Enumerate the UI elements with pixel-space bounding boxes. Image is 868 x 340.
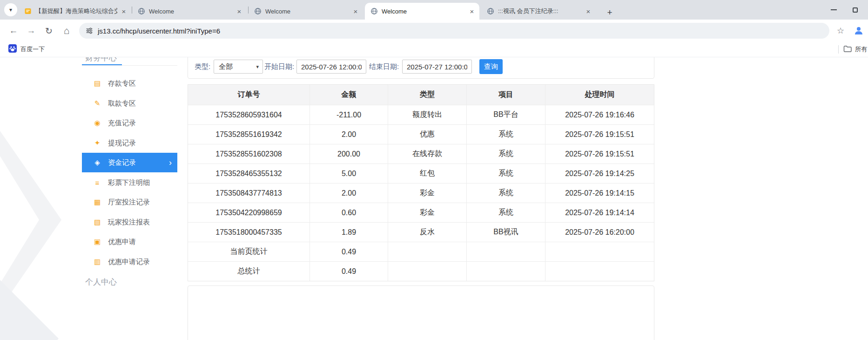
minimize-button[interactable] [823,0,844,20]
globe-icon [370,7,378,15]
table-row-page-total: 当前页统计 0.49 [188,242,654,261]
cell-time: 2025-07-26 19:15:51 [545,124,654,144]
close-icon[interactable]: × [584,7,593,16]
reload-button[interactable]: ↻ [41,20,57,42]
chevron-down-icon: ▾ [9,7,12,13]
end-date-label: 结束日期: [369,60,399,74]
home-button[interactable]: ⌂ [59,20,74,42]
back-button[interactable]: ← [6,20,21,42]
sidebar-item-label: 资金记录 [108,158,136,167]
bookmarks-divider [838,45,839,54]
cell-order-no: 1753504220998659 [188,203,310,222]
table-row: 1753528465355132 5.00 红包 系统 2025-07-26 1… [188,163,654,183]
filter-panel: 类型: 全部 ▾ 开始日期: 结束日期: 查询 [188,57,654,79]
funds-record-table: 订单号 金额 类型 项目 处理时间 1753528605931604 -211.… [188,84,654,281]
close-icon[interactable]: × [351,7,360,16]
sidebar-item-player-bet-report[interactable]: ▧ 玩家投注报表 [82,212,177,232]
cell-project: 系统 [466,183,545,203]
end-date-input[interactable] [402,60,472,74]
cell-project: 系统 [466,203,545,222]
bookmark-star-icon[interactable]: ☆ [832,20,849,42]
sidebar-item-promo-apply[interactable]: ▣ 优惠申请 [82,232,177,252]
col-header-amount: 金额 [310,85,388,105]
address-bar[interactable]: js13.cc/hhcp/usercenter.html?iniType=6 [79,23,829,39]
browser-tab-4-active[interactable]: Welcome × [365,3,479,20]
all-bookmarks-button[interactable]: 所有 [843,43,867,55]
start-date-input[interactable] [296,60,366,74]
bookmark-baidu[interactable]: 百度一下 [5,43,48,55]
sidebar-item-recharge-record[interactable]: ◉ 充值记录 [82,113,177,133]
cell-amount: 0.60 [310,203,388,222]
cell-type: 反水 [388,222,466,242]
cell-type: 在线存款 [388,144,466,163]
site-settings-icon[interactable] [86,27,93,34]
sidebar-item-funds-record[interactable]: ◈ 资金记录 › [82,153,177,172]
funds-record-icon: ◈ [93,158,101,167]
sidebar-item-withdraw-zone[interactable]: ✎ 取款专区 [82,94,177,113]
url-text[interactable]: js13.cc/hhcp/usercenter.html?iniType=6 [98,27,220,35]
col-header-time: 处理时间 [545,85,654,105]
sidebar-item-label: 存款专区 [108,79,136,88]
tab-strip: ▾ 【新提醒】海燕策略论坛综合交 × Welcome × Welcome × [0,0,868,20]
chevron-right-icon: › [169,158,172,167]
sidebar-item-hall-bet-record[interactable]: ▦ 厅室投注记录 [82,192,177,212]
webpage-viewport: 财务中心 ▤ 存款专区 ✎ 取款专区 ◉ 充值记录 ✦ 提现记录 ◈ 资金记录 … [0,57,868,340]
sidebar-item-withdrawal-record[interactable]: ✦ 提现记录 [82,133,177,153]
type-select-value: 全部 [219,62,256,71]
tab-title: :::视讯 会员下注纪录::: [498,7,582,15]
maximize-button[interactable] [844,0,866,20]
search-button[interactable]: 查询 [479,59,503,74]
bookmarks-bar: 百度一下 所有 [0,42,868,57]
forward-button[interactable]: → [23,20,39,42]
table-row: 1753528605931604 -211.00 额度转出 BB平台 2025-… [188,105,654,124]
cell-time: 2025-07-26 19:14:15 [545,183,654,203]
cell-order-no: 1753528551602308 [188,144,310,163]
chevron-down-icon: ▾ [256,64,259,70]
sidebar-item-deposit-zone[interactable]: ▤ 存款专区 [82,74,177,93]
browser-tab-5[interactable]: :::视讯 会员下注纪录::: × [481,3,596,20]
type-select[interactable]: 全部 ▾ [214,60,263,74]
cell-type: 优惠 [388,124,466,144]
decorative-triangle-bottom [0,280,59,340]
sidebar-item-promo-apply-record[interactable]: ▥ 优惠申请记录 [82,252,177,272]
table-row: 1753508437774813 2.00 彩金 系统 2025-07-26 1… [188,183,654,203]
baidu-favicon [8,44,17,54]
close-icon[interactable]: × [235,7,244,16]
sidebar-item-label: 取款专区 [108,99,136,108]
table-row: 1753504220998659 0.60 彩金 系统 2025-07-26 1… [188,203,654,222]
promo-apply-icon: ▣ [93,238,101,246]
document-icon [24,7,32,15]
browser-tab-3[interactable]: Welcome × [249,3,363,20]
cell-label: 当前页统计 [188,242,310,261]
cell-empty [545,261,654,281]
cell-type: 彩金 [388,203,466,222]
browser-tab-1[interactable]: 【新提醒】海燕策略论坛综合交 × [19,3,131,20]
sidebar-item-label: 提现记录 [108,139,136,148]
profile-avatar-icon[interactable] [853,25,865,37]
tab-title: Welcome [265,8,349,15]
sidebar-item-label: 厅室投注记录 [108,198,150,207]
player-bet-report-icon: ▧ [93,218,101,226]
cell-empty [388,261,466,281]
start-date-label: 开始日期: [264,60,294,74]
tab-title: 【新提醒】海燕策略论坛综合交 [35,7,117,15]
cell-order-no: 1753528551619342 [188,124,310,144]
pagination-panel [188,286,654,340]
browser-tab-2[interactable]: Welcome × [132,3,247,20]
close-icon[interactable]: × [119,7,128,16]
cell-time: 2025-07-26 16:20:00 [545,222,654,242]
sidebar-item-lottery-bet-detail[interactable]: ≡ 彩票下注明细 [82,173,177,192]
cell-empty [466,261,545,281]
tab-search-button[interactable]: ▾ [4,3,17,16]
browser-toolbar: ← → ↻ ⌂ js13.cc/hhcp/usercenter.html?ini… [0,20,868,42]
table-header-row: 订单号 金额 类型 项目 处理时间 [188,85,654,105]
globe-icon [138,7,145,15]
cell-empty [545,242,654,261]
col-header-order-no: 订单号 [188,85,310,105]
cell-project: BB平台 [466,105,545,124]
sidebar-section-finance: 财务中心 [85,57,117,63]
new-tab-button[interactable]: + [603,6,616,19]
lottery-bet-detail-icon: ≡ [93,179,101,187]
type-label: 类型: [195,60,210,74]
close-icon[interactable]: × [467,7,477,16]
